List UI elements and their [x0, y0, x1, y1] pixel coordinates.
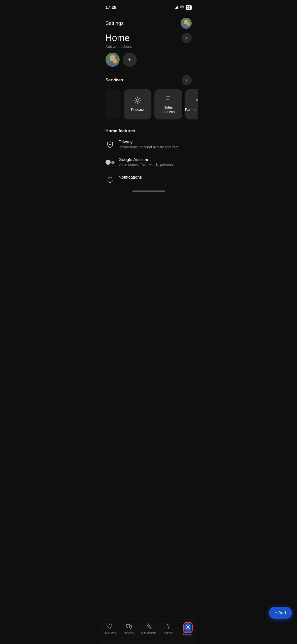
home-row: Home › [106, 33, 192, 43]
notifications-text: Notifications [119, 175, 192, 180]
members-row: + [100, 49, 198, 71]
svg-point-8 [136, 99, 139, 102]
service-label-podcast: Podcast [131, 107, 144, 112]
status-icons: 35 [174, 5, 191, 10]
home-indicator [132, 190, 165, 192]
services-chevron-button[interactable]: › [182, 75, 192, 85]
feature-row-assistant[interactable]: Google Assistant Voice Match, Face Match… [100, 153, 198, 171]
services-scroll: Podcast Notesand lists Partner connecti.… [100, 89, 198, 123]
privacy-icon [106, 140, 115, 149]
privacy-title: Privacy [119, 140, 192, 145]
service-card-partner[interactable]: Partner connecti... [185, 89, 198, 119]
avatar[interactable] [181, 18, 192, 29]
home-title: Home [106, 33, 130, 43]
svg-point-3 [186, 22, 190, 26]
home-subtitle[interactable]: Add an address [106, 44, 192, 49]
assistant-subtitle: Voice Match, Face Match, personal [119, 163, 192, 167]
svg-point-17 [110, 144, 111, 145]
notifications-icon [106, 175, 115, 184]
add-member-button[interactable]: + [123, 53, 137, 67]
wifi-icon [180, 6, 184, 10]
signal-icon [174, 6, 178, 9]
svg-point-13 [196, 100, 197, 101]
settings-header: Settings [100, 14, 198, 31]
assistant-text: Google Assistant Voice Match, Face Match… [119, 157, 192, 167]
assistant-title: Google Assistant [119, 157, 192, 162]
home-section: Home › Add an address [100, 31, 198, 49]
status-time: 17:28 [106, 5, 116, 10]
status-bar: 17:28 35 [100, 0, 198, 14]
privacy-text: Privacy Permissions, account activity an… [119, 140, 192, 149]
notes-icon [165, 94, 172, 103]
privacy-subtitle: Permissions, account activity and data [119, 145, 192, 149]
avatar-image [181, 18, 192, 29]
share-icon [196, 97, 197, 105]
home-chevron-button[interactable]: › [182, 33, 192, 43]
member-avatar[interactable] [106, 53, 120, 67]
podcast-icon [134, 97, 141, 105]
feature-row-notifications[interactable]: Notifications [100, 171, 198, 188]
service-card-podcast[interactable]: Podcast [124, 89, 151, 119]
chevron-right-icon: › [186, 78, 187, 82]
assistant-icon [106, 158, 115, 167]
services-row: Services › [100, 71, 198, 89]
service-card-notes[interactable]: Notesand lists [154, 89, 182, 119]
notifications-title: Notifications [119, 175, 192, 180]
svg-point-7 [113, 59, 117, 63]
service-label-partner: Partner connecti... [185, 107, 198, 112]
plus-icon: + [128, 56, 131, 63]
battery-indicator: 35 [186, 5, 191, 10]
feature-row-privacy[interactable]: Privacy Permissions, account activity an… [100, 136, 198, 153]
service-card-partial[interactable] [106, 89, 121, 119]
chevron-right-icon: › [186, 36, 187, 40]
service-label-notes: Notesand lists [162, 105, 175, 114]
services-label: Services [106, 78, 123, 83]
page-title: Settings [106, 20, 124, 26]
home-features-header: Home features [100, 123, 198, 136]
